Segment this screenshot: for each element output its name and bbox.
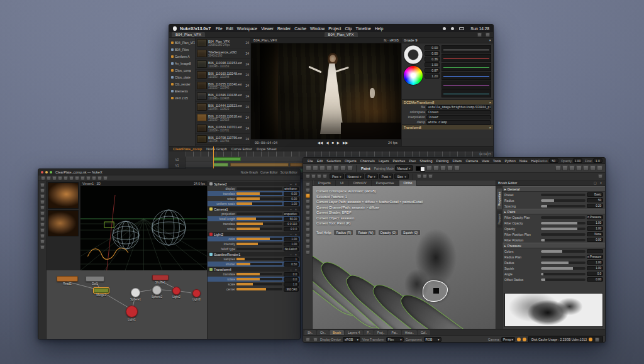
setting-slider[interactable]	[541, 262, 586, 264]
toolbar-icon[interactable]	[433, 165, 439, 171]
curve-strip[interactable]	[441, 72, 491, 80]
node-menu-icon[interactable]	[40, 189, 45, 193]
tool-icon[interactable]	[590, 165, 596, 171]
setting-value-field[interactable]: 0.0	[587, 272, 603, 276]
setting-slider[interactable]	[541, 256, 586, 258]
painting-mode-dropdown[interactable]: Manual ▾	[395, 165, 413, 171]
color-wheel[interactable]	[404, 66, 423, 85]
toolbar-icon[interactable]	[103, 176, 108, 180]
clip-row[interactable]: B06_110255.110340.exr 110255 - 110340 24	[196, 80, 250, 91]
close-icon[interactable]: ×	[489, 38, 491, 42]
clip-row[interactable]: B04_Plan_VFX 1068x1080 24fps 24	[196, 38, 250, 48]
node-menu-icon[interactable]	[40, 206, 45, 210]
property-value-field[interactable]: 0 0 0	[284, 227, 299, 231]
clip-row[interactable]: B06_110346.110438.exr 110346 - 110438 24	[196, 91, 250, 102]
curve-strip[interactable]	[441, 80, 491, 89]
property-slider[interactable]	[236, 238, 282, 240]
close-icon[interactable]: ×	[489, 101, 491, 104]
palette-tab[interactable]: Proj..	[374, 330, 388, 335]
close-window-icon[interactable]	[41, 171, 43, 174]
menu-item[interactable]: Edit	[315, 159, 325, 163]
nuke-studio-window[interactable]: NukeX/v13.0v7 FileEditWorkspaceViewerRen…	[169, 24, 494, 179]
tool-icon[interactable]	[306, 194, 310, 198]
palette-tab[interactable]: Layers 4	[345, 330, 363, 335]
toolbar-icon[interactable]	[340, 165, 346, 171]
menu-item[interactable]: Selection	[325, 159, 343, 163]
setting-value-field[interactable]: 1.00	[587, 226, 603, 231]
setting-slider[interactable]	[541, 194, 586, 196]
tool-icon[interactable]	[306, 205, 310, 209]
quick-field-input[interactable]: 50	[549, 158, 558, 163]
control-center-icon[interactable]	[443, 27, 446, 30]
toolbar-icon[interactable]	[323, 174, 327, 179]
setting-slider[interactable]	[541, 228, 586, 230]
graph-node[interactable]: Sphere1	[131, 288, 140, 297]
property-value-field[interactable]: 0 0	[284, 272, 299, 277]
setting-slider[interactable]	[541, 239, 586, 241]
panel-window-buttons[interactable]: – ×	[290, 268, 298, 272]
toolbar-icon[interactable]	[86, 176, 91, 180]
tool-icon[interactable]	[306, 239, 310, 243]
palette-tab[interactable]: Sh..	[304, 330, 316, 335]
toolbar-icon[interactable]	[454, 165, 460, 171]
menubar-clock[interactable]: Sun 14:28	[470, 26, 489, 31]
view-tab[interactable]: UI	[336, 180, 349, 186]
panel-window-buttons[interactable]: ▢ ×	[594, 181, 603, 185]
panel-window-buttons[interactable]: – ×	[290, 182, 298, 186]
bin-item[interactable]: An_Image8	[169, 60, 195, 67]
group-header[interactable]: ▸ Paint	[502, 209, 605, 214]
menu-item[interactable]: Patches	[391, 159, 407, 163]
hamburger-menu-icon[interactable]	[595, 338, 599, 342]
setting-value-field[interactable]: Basic	[587, 192, 603, 197]
property-slider[interactable]	[236, 278, 282, 280]
side-tab[interactable]: Properties	[497, 189, 502, 209]
viewer-tab[interactable]: B04_Plan_VFX	[325, 32, 358, 37]
property-value-field[interactable]: 1	[284, 257, 299, 262]
property-slider[interactable]	[236, 202, 282, 205]
node-menu-icon[interactable]	[40, 194, 45, 199]
node-menu-icon[interactable]	[40, 228, 45, 233]
property-slider[interactable]	[236, 248, 282, 250]
property-value-field[interactable]: 1.00	[284, 237, 299, 241]
wheel-value-field[interactable]: 0.36	[425, 57, 440, 62]
node-menu-icon[interactable]	[40, 217, 45, 221]
property-slider[interactable]	[236, 288, 282, 290]
property-slider[interactable]	[236, 263, 282, 265]
filter-dropdown[interactable]: Size ▾	[394, 174, 408, 179]
property-slider[interactable]	[236, 273, 282, 275]
menu-item[interactable]: Render	[275, 26, 292, 31]
menu-item[interactable]: View	[480, 159, 491, 163]
viewer-canvas[interactable]	[251, 43, 401, 139]
setting-value-field[interactable]: 1.00	[587, 260, 603, 265]
paint-canvas[interactable]: Current Colorspace: Automatic (sRGB)Sele…	[313, 186, 496, 329]
property-slider[interactable]	[236, 243, 282, 245]
knob-value-field[interactable]: white clamp	[426, 120, 491, 124]
workspace-tab[interactable]: Node Graph	[241, 170, 258, 174]
filter-dropdown[interactable]: Nearest ▾	[345, 174, 364, 179]
knob-value-field[interactable]: Cineon	[426, 110, 491, 114]
property-slider[interactable]	[236, 187, 282, 190]
tool-icon[interactable]	[583, 165, 589, 171]
reference-thumb-2[interactable]	[48, 210, 79, 236]
menu-item[interactable]: Workspace	[235, 26, 259, 31]
toolbar-icon[interactable]	[333, 165, 339, 171]
palette-tab[interactable]: Pat..	[388, 330, 401, 335]
bin-item[interactable]: Clips_plate	[169, 74, 195, 80]
camera-dropdown[interactable]: Persp ▾	[501, 337, 515, 342]
toolbar-icon[interactable]	[313, 165, 318, 171]
transport-button[interactable]: ▶▶	[343, 141, 348, 145]
toolbar-icon[interactable]	[306, 174, 310, 179]
property-value-field[interactable]: wireframe	[284, 187, 299, 191]
menu-item[interactable]: Cache	[292, 26, 308, 31]
toolbar-icon[interactable]	[347, 165, 353, 171]
toolbar-icon[interactable]	[440, 165, 446, 171]
timeline-clip-segment[interactable]	[213, 163, 228, 167]
view-tab[interactable]: OrthoUV	[348, 180, 371, 186]
setting-value-field[interactable]: 50	[587, 198, 603, 202]
warning-icon[interactable]	[517, 338, 521, 341]
property-value-field[interactable]: 0.50	[284, 262, 299, 267]
palette-tab[interactable]: Brush	[330, 330, 344, 335]
menu-item[interactable]: Viewer	[259, 26, 275, 31]
setting-value-field[interactable]	[587, 249, 603, 253]
3d-viewport-canvas[interactable]	[80, 186, 207, 270]
